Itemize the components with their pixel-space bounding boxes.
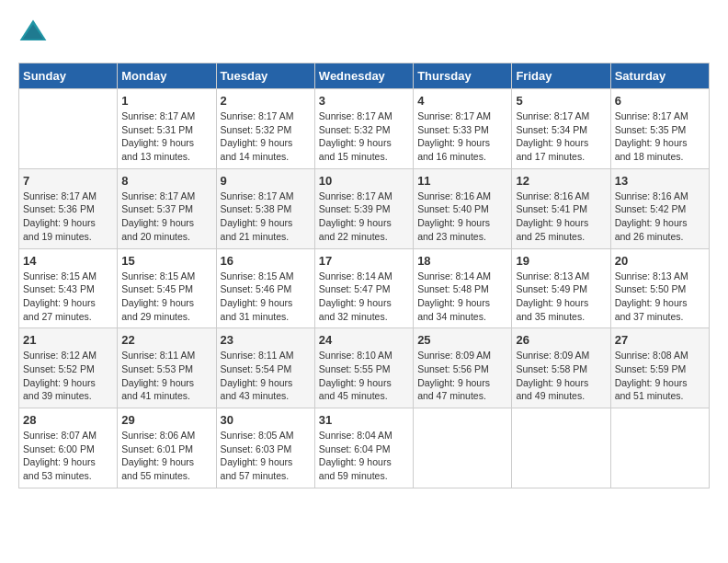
day-number: 13 — [615, 174, 705, 188]
day-number: 16 — [221, 254, 311, 268]
day-info: Sunrise: 8:05 AM Sunset: 6:03 PM Dayligh… — [221, 429, 311, 483]
calendar-cell: 20Sunrise: 8:13 AM Sunset: 5:50 PM Dayli… — [610, 248, 709, 328]
day-info: Sunrise: 8:16 AM Sunset: 5:42 PM Dayligh… — [615, 190, 705, 244]
day-info: Sunrise: 8:17 AM Sunset: 5:32 PM Dayligh… — [221, 109, 311, 164]
day-info: Sunrise: 8:17 AM Sunset: 5:36 PM Dayligh… — [23, 190, 113, 244]
day-info: Sunrise: 8:17 AM Sunset: 5:35 PM Dayligh… — [615, 109, 705, 164]
calendar-cell: 7Sunrise: 8:17 AM Sunset: 5:36 PM Daylig… — [19, 168, 118, 248]
calendar-cell: 12Sunrise: 8:16 AM Sunset: 5:41 PM Dayli… — [512, 168, 610, 248]
calendar-day-header: Thursday — [414, 63, 512, 89]
calendar-cell: 22Sunrise: 8:11 AM Sunset: 5:53 PM Dayli… — [118, 328, 216, 408]
day-info: Sunrise: 8:17 AM Sunset: 5:31 PM Dayligh… — [121, 109, 211, 164]
calendar-cell: 2Sunrise: 8:17 AM Sunset: 5:32 PM Daylig… — [216, 89, 314, 169]
day-info: Sunrise: 8:17 AM Sunset: 5:39 PM Dayligh… — [319, 190, 409, 244]
day-number: 2 — [221, 94, 311, 108]
day-info: Sunrise: 8:13 AM Sunset: 5:49 PM Dayligh… — [516, 270, 606, 324]
day-info: Sunrise: 8:15 AM Sunset: 5:43 PM Dayligh… — [23, 270, 113, 324]
day-number: 5 — [516, 94, 606, 108]
calendar-cell: 15Sunrise: 8:15 AM Sunset: 5:45 PM Dayli… — [118, 248, 216, 328]
calendar-cell: 17Sunrise: 8:14 AM Sunset: 5:47 PM Dayli… — [314, 248, 413, 328]
calendar-cell: 14Sunrise: 8:15 AM Sunset: 5:43 PM Dayli… — [19, 248, 118, 328]
calendar-cell: 3Sunrise: 8:17 AM Sunset: 5:32 PM Daylig… — [314, 89, 413, 169]
calendar-cell: 9Sunrise: 8:17 AM Sunset: 5:38 PM Daylig… — [216, 168, 314, 248]
day-info: Sunrise: 8:06 AM Sunset: 6:01 PM Dayligh… — [121, 429, 211, 483]
calendar-day-header: Wednesday — [314, 63, 413, 89]
day-number: 15 — [121, 254, 211, 268]
day-info: Sunrise: 8:17 AM Sunset: 5:37 PM Dayligh… — [121, 190, 211, 244]
day-info: Sunrise: 8:07 AM Sunset: 6:00 PM Dayligh… — [23, 429, 113, 483]
calendar-cell: 30Sunrise: 8:05 AM Sunset: 6:03 PM Dayli… — [216, 408, 314, 488]
day-number: 10 — [319, 174, 409, 188]
day-number: 11 — [417, 174, 507, 188]
calendar-cell: 24Sunrise: 8:10 AM Sunset: 5:55 PM Dayli… — [314, 328, 413, 408]
day-info: Sunrise: 8:10 AM Sunset: 5:55 PM Dayligh… — [319, 349, 409, 403]
calendar-week-row: 14Sunrise: 8:15 AM Sunset: 5:43 PM Dayli… — [19, 248, 710, 328]
day-number: 12 — [516, 174, 606, 188]
day-number: 4 — [417, 94, 507, 108]
day-info: Sunrise: 8:12 AM Sunset: 5:52 PM Dayligh… — [23, 349, 113, 403]
calendar-cell: 13Sunrise: 8:16 AM Sunset: 5:42 PM Dayli… — [610, 168, 709, 248]
calendar-cell: 11Sunrise: 8:16 AM Sunset: 5:40 PM Dayli… — [414, 168, 512, 248]
calendar-cell: 26Sunrise: 8:09 AM Sunset: 5:58 PM Dayli… — [512, 328, 610, 408]
day-info: Sunrise: 8:09 AM Sunset: 5:56 PM Dayligh… — [417, 349, 507, 403]
day-number: 9 — [221, 174, 311, 188]
day-number: 21 — [23, 333, 113, 347]
day-info: Sunrise: 8:16 AM Sunset: 5:41 PM Dayligh… — [516, 190, 606, 244]
calendar-cell: 29Sunrise: 8:06 AM Sunset: 6:01 PM Dayli… — [118, 408, 216, 488]
calendar-body: 1Sunrise: 8:17 AM Sunset: 5:31 PM Daylig… — [19, 89, 710, 488]
calendar-cell: 18Sunrise: 8:14 AM Sunset: 5:48 PM Dayli… — [414, 248, 512, 328]
calendar-cell — [414, 408, 512, 488]
day-number: 29 — [121, 413, 211, 427]
day-info: Sunrise: 8:09 AM Sunset: 5:58 PM Dayligh… — [516, 349, 606, 403]
logo-icon — [18, 18, 48, 48]
calendar-week-row: 28Sunrise: 8:07 AM Sunset: 6:00 PM Dayli… — [19, 408, 710, 488]
day-info: Sunrise: 8:15 AM Sunset: 5:45 PM Dayligh… — [121, 270, 211, 324]
day-info: Sunrise: 8:16 AM Sunset: 5:40 PM Dayligh… — [417, 190, 507, 244]
calendar-cell: 1Sunrise: 8:17 AM Sunset: 5:31 PM Daylig… — [118, 89, 216, 169]
day-number: 19 — [516, 254, 606, 268]
calendar-cell: 27Sunrise: 8:08 AM Sunset: 5:59 PM Dayli… — [610, 328, 709, 408]
day-info: Sunrise: 8:15 AM Sunset: 5:46 PM Dayligh… — [221, 270, 311, 324]
day-number: 31 — [319, 413, 409, 427]
calendar-day-header: Saturday — [610, 63, 709, 89]
day-number: 17 — [319, 254, 409, 268]
day-info: Sunrise: 8:11 AM Sunset: 5:54 PM Dayligh… — [221, 349, 311, 403]
day-number: 20 — [615, 254, 705, 268]
calendar-cell: 4Sunrise: 8:17 AM Sunset: 5:33 PM Daylig… — [414, 89, 512, 169]
calendar-cell: 8Sunrise: 8:17 AM Sunset: 5:37 PM Daylig… — [118, 168, 216, 248]
day-info: Sunrise: 8:04 AM Sunset: 6:04 PM Dayligh… — [319, 429, 409, 483]
calendar-day-header: Friday — [512, 63, 610, 89]
calendar-cell: 28Sunrise: 8:07 AM Sunset: 6:00 PM Dayli… — [19, 408, 118, 488]
calendar-week-row: 21Sunrise: 8:12 AM Sunset: 5:52 PM Dayli… — [19, 328, 710, 408]
day-number: 6 — [615, 94, 705, 108]
calendar-cell: 25Sunrise: 8:09 AM Sunset: 5:56 PM Dayli… — [414, 328, 512, 408]
calendar-cell: 5Sunrise: 8:17 AM Sunset: 5:34 PM Daylig… — [512, 89, 610, 169]
calendar-cell — [512, 408, 610, 488]
calendar-cell: 31Sunrise: 8:04 AM Sunset: 6:04 PM Dayli… — [314, 408, 413, 488]
day-number: 30 — [221, 413, 311, 427]
day-number: 26 — [516, 333, 606, 347]
calendar-cell: 16Sunrise: 8:15 AM Sunset: 5:46 PM Dayli… — [216, 248, 314, 328]
calendar-cell: 10Sunrise: 8:17 AM Sunset: 5:39 PM Dayli… — [314, 168, 413, 248]
day-number: 24 — [319, 333, 409, 347]
day-info: Sunrise: 8:08 AM Sunset: 5:59 PM Dayligh… — [615, 349, 705, 403]
day-number: 3 — [319, 94, 409, 108]
day-info: Sunrise: 8:17 AM Sunset: 5:34 PM Dayligh… — [516, 109, 606, 164]
day-number: 23 — [221, 333, 311, 347]
day-info: Sunrise: 8:11 AM Sunset: 5:53 PM Dayligh… — [121, 349, 211, 403]
calendar-cell: 19Sunrise: 8:13 AM Sunset: 5:49 PM Dayli… — [512, 248, 610, 328]
calendar-week-row: 7Sunrise: 8:17 AM Sunset: 5:36 PM Daylig… — [19, 168, 710, 248]
calendar-cell — [610, 408, 709, 488]
calendar-day-header: Tuesday — [216, 63, 314, 89]
calendar-cell — [19, 89, 118, 169]
calendar-cell: 6Sunrise: 8:17 AM Sunset: 5:35 PM Daylig… — [610, 89, 709, 169]
day-info: Sunrise: 8:17 AM Sunset: 5:38 PM Dayligh… — [221, 190, 311, 244]
day-number: 28 — [23, 413, 113, 427]
calendar-week-row: 1Sunrise: 8:17 AM Sunset: 5:31 PM Daylig… — [19, 89, 710, 169]
calendar-cell: 21Sunrise: 8:12 AM Sunset: 5:52 PM Dayli… — [19, 328, 118, 408]
calendar-day-header: Monday — [118, 63, 216, 89]
day-number: 8 — [121, 174, 211, 188]
day-info: Sunrise: 8:17 AM Sunset: 5:33 PM Dayligh… — [417, 109, 507, 164]
day-number: 27 — [615, 333, 705, 347]
day-number: 18 — [417, 254, 507, 268]
